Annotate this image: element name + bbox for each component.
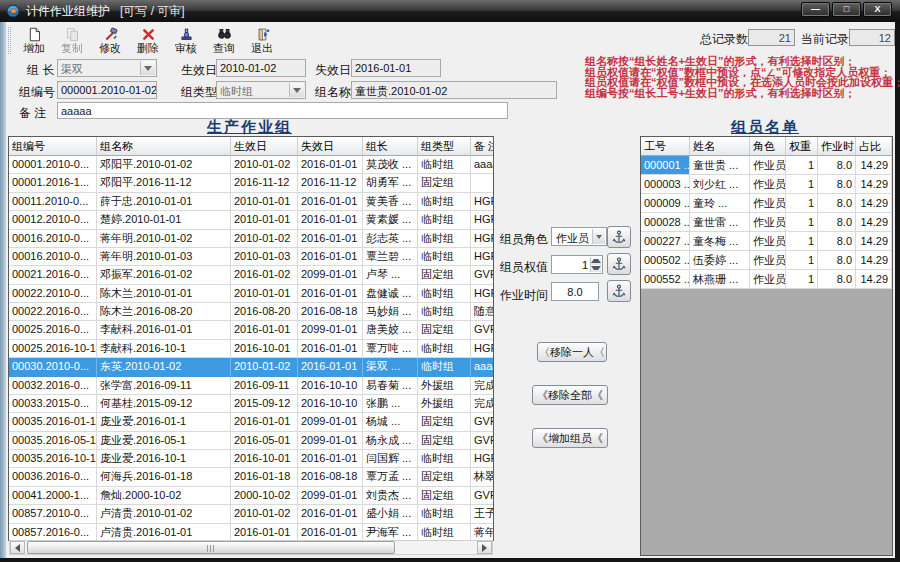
column-header[interactable]: 姓名	[690, 137, 750, 156]
table-row[interactable]: 000028 ...童世雷 ...作业员18.014.29	[641, 213, 892, 232]
table-row[interactable]: 00035.2016-05-1庞业爱.2016-05-12016-05-0120…	[9, 432, 493, 450]
member-role-combobox[interactable]: 作业员	[551, 227, 607, 246]
chevron-down-icon[interactable]	[140, 61, 155, 75]
cell: 00041.2000-1...	[9, 487, 97, 505]
audit-button[interactable]: 审核	[167, 27, 205, 57]
remove-one-button[interactable]: 〈移除一人〈	[537, 342, 607, 362]
close-button[interactable]: X	[863, 2, 892, 17]
group-name-field[interactable]: 童世贵.2010-01-02	[351, 81, 557, 99]
column-header[interactable]: 失效日	[298, 137, 363, 156]
column-header[interactable]: 作业时	[818, 137, 856, 156]
table-row[interactable]: 000227 ...童冬梅 ...作业员18.014.29	[641, 232, 892, 251]
cell: 完成工	[471, 377, 494, 395]
horizontal-scrollbar[interactable]	[9, 540, 493, 555]
column-header[interactable]: 组名称	[97, 137, 231, 156]
column-header[interactable]: 权重	[786, 137, 818, 156]
table-row[interactable]: 000552 ...林燕珊 ...作业员18.014.29	[641, 270, 892, 289]
member-weight-stepper[interactable]: 1	[551, 255, 603, 274]
cell: 楚婷.2010-01-01	[97, 211, 231, 229]
table-row[interactable]: 00001.2016-1...邓阳平.2016-11-122016-11-122…	[9, 174, 493, 192]
table-row[interactable]: 00030.2010-0...东英.2010-01-022010-01-0220…	[9, 358, 493, 376]
members-table[interactable]: 工号姓名角色权重作业时占比000001 ...童世贵 ...作业员18.014.…	[640, 136, 893, 556]
column-header[interactable]: 组类型	[418, 137, 471, 156]
table-row[interactable]: 00032.2016-0...张学富.2016-09-112016-09-112…	[9, 377, 493, 395]
table-row[interactable]: 00001.2010-0...邓阳平.2010-01-022010-01-022…	[9, 156, 493, 174]
chevron-down-icon[interactable]	[289, 83, 304, 97]
table-row[interactable]: 00021.2016-0...邓振军.2016-01-022016-01-022…	[9, 266, 493, 284]
modify-button[interactable]: 修改	[91, 27, 129, 57]
exit-button[interactable]: 退出	[243, 27, 281, 57]
table-row[interactable]: 00033.2015-0...何基桂.2015-09-122015-09-122…	[9, 395, 493, 413]
toolbar-gripper[interactable]	[8, 27, 11, 54]
add-button[interactable]: 增加	[15, 27, 53, 57]
table-row[interactable]: 000003 ...刘少红 ...作业员18.014.29	[641, 175, 892, 194]
column-header[interactable]: 组编号	[9, 137, 97, 156]
table-row[interactable]: 00016.2010-0...蒋年明.2010-01-022010-01-022…	[9, 230, 493, 248]
scrollbar-thumb[interactable]	[27, 541, 395, 554]
scroll-right-arrow-icon[interactable]	[477, 541, 492, 554]
cell: 2010-01-02	[231, 505, 298, 523]
cell: 2010-01-02	[231, 156, 298, 174]
add-members-button[interactable]: 《增加组员《	[532, 428, 608, 448]
apply-role-button[interactable]	[607, 226, 631, 248]
column-header[interactable]: 占比	[856, 137, 892, 156]
group-type-combobox[interactable]: 临时组	[216, 81, 306, 99]
column-header[interactable]: 组长	[363, 137, 418, 156]
window-title: 计件作业组维护	[26, 3, 110, 20]
start-date-field[interactable]: 2010-01-02	[216, 59, 306, 77]
cell: 00022.2016-0...	[9, 303, 97, 321]
table-row[interactable]: 00857.2010-0...卢清贵.2010-01-022010-01-022…	[9, 505, 493, 523]
cell: 固定组	[418, 413, 471, 431]
cell: 1	[786, 194, 818, 213]
column-header[interactable]: 备 注	[471, 137, 494, 156]
remark-field[interactable]: aaaaa	[57, 102, 508, 119]
apply-weight-button[interactable]	[607, 253, 631, 275]
cell: 00035.2016-10-1	[9, 450, 97, 468]
table-row[interactable]: 00036.2016-0...何海兵.2016-01-182016-01-182…	[9, 468, 493, 486]
table-row[interactable]: 000009 ...童玲 ...作业员18.014.29	[641, 194, 892, 213]
table-row[interactable]: 00025.2016-0...李献科.2016-01-012016-01-012…	[9, 321, 493, 339]
leader-combobox[interactable]: 渠双	[57, 59, 157, 77]
group-no-field[interactable]: 000001.2010-01-02	[57, 81, 157, 99]
table-row[interactable]: 000502 ...伍委婷 ...作业员18.014.29	[641, 251, 892, 270]
cell: 2099-01-01	[298, 487, 363, 505]
remove-all-button[interactable]: 《移除全部《	[532, 385, 608, 405]
column-header[interactable]: 生效日	[231, 137, 298, 156]
table-row[interactable]: 00011.2010-0...薛于忠.2010-01-012010-01-012…	[9, 193, 493, 211]
cell: 马妙娟 ...	[363, 303, 418, 321]
chevron-down-icon[interactable]	[592, 229, 605, 244]
stepper-arrows[interactable]	[590, 257, 601, 272]
table-row[interactable]: 00035.2016-10-1庞业爱.2016-10-12016-10-0120…	[9, 450, 493, 468]
table-row[interactable]: 00041.2000-1...詹灿.2000-10-022000-10-0220…	[9, 487, 493, 505]
chevron-down-icon[interactable]	[591, 265, 601, 273]
apply-time-button[interactable]	[607, 280, 631, 302]
table-row[interactable]: 00025.2016-10-1李献科.2016-10-12016-10-0120…	[9, 340, 493, 358]
column-header[interactable]: 工号	[641, 137, 690, 156]
query-button[interactable]: 查询	[205, 27, 243, 57]
cell: 陈木兰.2010-01-01	[97, 285, 231, 303]
work-time-field[interactable]: 8.0	[551, 282, 599, 301]
scroll-left-arrow-icon[interactable]	[10, 541, 25, 554]
table-row[interactable]: 00022.2010-0...陈木兰.2010-01-012010-01-012…	[9, 285, 493, 303]
production-groups-table[interactable]: 组编号组名称生效日失效日组长组类型备 注00001.2010-0...邓阳平.2…	[8, 136, 494, 541]
cell: 2099-01-01	[298, 413, 363, 431]
cell: 邓振军.2016-01-02	[97, 266, 231, 284]
maximize-button[interactable]: □	[832, 2, 861, 17]
table-row[interactable]: 00022.2016-0...陈木兰.2016-08-202016-08-202…	[9, 303, 493, 321]
cell: HGFHFG	[471, 211, 494, 229]
minimize-button[interactable]: —	[801, 2, 830, 17]
cell: 渠双 ...	[363, 358, 418, 376]
chevron-up-icon[interactable]	[591, 257, 601, 265]
delete-button[interactable]: 删除	[129, 27, 167, 57]
table-row[interactable]: 00016.2010-0...蒋年明.2010-01-032010-01-032…	[9, 248, 493, 266]
cell: 临时组	[418, 524, 471, 542]
cell: 杨城 ...	[363, 413, 418, 431]
end-date-field[interactable]: 2016-01-01	[351, 59, 441, 77]
table-row[interactable]: 000001 ...童世贵 ...作业员18.014.29	[641, 156, 892, 175]
current-record-label: 当前记录	[801, 31, 849, 48]
table-row[interactable]: 00857.2016-0...卢清贵.2016-01-012016-01-012…	[9, 524, 493, 542]
table-row[interactable]: 00012.2010-0...楚婷.2010-01-012010-01-0120…	[9, 211, 493, 229]
cell: 2010-01-02	[231, 358, 298, 376]
table-row[interactable]: 00035.2016-01-1庞业爱.2016-01-12016-01-0120…	[9, 413, 493, 431]
column-header[interactable]: 角色	[750, 137, 786, 156]
